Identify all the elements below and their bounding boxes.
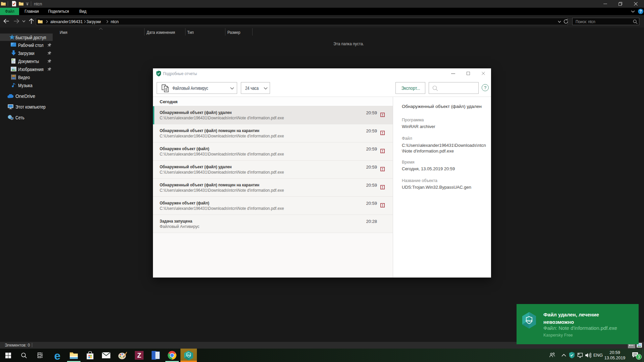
svg-text:FREE: FREE: [186, 355, 191, 356]
svg-text:FREE: FREE: [526, 319, 533, 322]
